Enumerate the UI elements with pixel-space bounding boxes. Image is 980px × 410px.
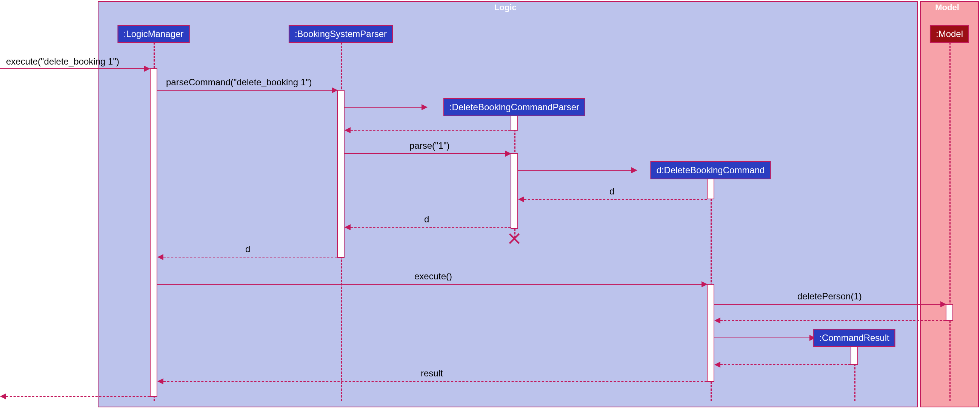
returnhead-result: [158, 378, 163, 384]
msg-execute2: execute(): [414, 271, 452, 282]
activation-model: [946, 304, 953, 321]
msg-execute1: execute("delete_booking 1"): [6, 56, 119, 67]
activation-dbcp-2: [511, 153, 518, 229]
arrow-execute1: [0, 69, 144, 69]
return-result: [163, 381, 707, 382]
participant-delete-booking-command-parser: :DeleteBookingCommandParser: [443, 98, 585, 116]
arrow-parsecommand: [158, 90, 332, 91]
destroy-icon: [508, 232, 521, 246]
arrow-deleteperson: [714, 304, 940, 305]
returnhead-d2: [345, 224, 350, 230]
arrowhead-parsecommand: [332, 87, 338, 93]
returnhead-deleteperson: [714, 317, 721, 324]
frame-model-title: Model: [931, 1, 968, 14]
msg-return-d3: d: [245, 244, 250, 254]
arrowhead-execute1: [144, 66, 150, 72]
arrow-parse: [345, 153, 505, 154]
arrow-create-cr: [714, 338, 810, 338]
msg-return-d1: d: [609, 186, 614, 197]
return-d3: [163, 257, 337, 257]
participant-model: :Model: [930, 25, 969, 43]
arrow-create-dbc: [518, 170, 631, 171]
activation-dbc-1: [707, 179, 714, 199]
activation-dbc-2: [707, 284, 714, 382]
arrow-create-dbcp: [345, 107, 422, 108]
msg-parsecommand: parseCommand("delete_booking 1"): [166, 77, 312, 88]
returnhead-d1: [518, 196, 524, 203]
frame-logic-title: Logic: [490, 1, 526, 14]
return-create-dbcp: [350, 130, 511, 131]
lifeline-model: [950, 42, 951, 401]
msg-result: result: [421, 368, 443, 379]
returnhead-create-cr: [714, 362, 721, 368]
msg-return-d2: d: [424, 214, 429, 225]
arrowhead-create-dbc: [631, 167, 637, 173]
arrowhead-create-dbcp: [422, 104, 428, 110]
arrow-execute2: [158, 284, 702, 285]
frame-logic: Logic: [98, 1, 918, 407]
returnhead-create-dbcp: [345, 127, 350, 133]
participant-booking-system-parser: :BookingSystemParser: [289, 25, 393, 43]
arrowhead-parse: [505, 151, 511, 157]
return-create-cr: [721, 364, 851, 365]
activation-command-result: [851, 346, 858, 365]
msg-parse: parse("1"): [409, 140, 449, 151]
activation-logic-manager: [150, 69, 158, 397]
arrowhead-execute2: [702, 281, 708, 287]
returnhead-d3: [158, 254, 163, 260]
activation-booking-system-parser: [337, 90, 345, 258]
returnhead-final: [0, 393, 6, 399]
return-final: [6, 396, 150, 397]
return-d2: [350, 227, 511, 228]
activation-dbcp-1: [511, 115, 518, 131]
participant-logic-manager: :LogicManager: [118, 25, 190, 43]
return-deleteperson: [721, 320, 946, 321]
participant-delete-booking-command: d:DeleteBookingCommand: [651, 161, 771, 179]
return-d1: [524, 199, 707, 200]
arrowhead-deleteperson: [940, 301, 947, 307]
msg-deleteperson: deletePerson(1): [797, 291, 862, 302]
participant-command-result: :CommandResult: [813, 329, 895, 347]
